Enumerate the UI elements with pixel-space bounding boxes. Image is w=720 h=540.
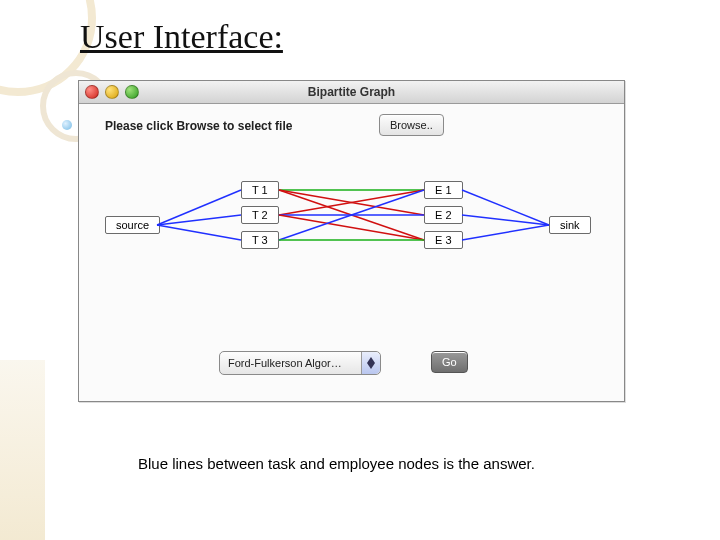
svg-line-1 — [157, 215, 241, 225]
window-title: Bipartite Graph — [79, 85, 624, 99]
node-employee: E 3 — [424, 231, 463, 249]
algorithm-select[interactable]: Ford-Fulkerson Algor… — [219, 351, 381, 375]
slide-accent — [0, 360, 45, 540]
svg-line-8 — [279, 215, 424, 240]
slide-caption: Blue lines between task and employee nod… — [138, 455, 535, 472]
svg-line-12 — [462, 215, 549, 225]
svg-line-11 — [462, 190, 549, 225]
node-task: T 1 — [241, 181, 279, 199]
svg-line-4 — [279, 190, 424, 215]
svg-line-13 — [462, 225, 549, 240]
node-employee: E 1 — [424, 181, 463, 199]
svg-line-0 — [157, 190, 241, 225]
node-sink: sink — [549, 216, 591, 234]
app-window: Bipartite Graph Please click Browse to s… — [78, 80, 625, 402]
svg-marker-15 — [367, 363, 375, 369]
algorithm-select-label: Ford-Fulkerson Algor… — [220, 357, 361, 369]
svg-line-6 — [279, 190, 424, 215]
go-button[interactable]: Go — [431, 351, 468, 373]
instruction-text: Please click Browse to select file — [105, 119, 292, 133]
node-source: source — [105, 216, 160, 234]
svg-line-5 — [279, 190, 424, 240]
bullet-icon — [62, 120, 72, 130]
slide-title: User Interface: — [80, 18, 283, 56]
svg-line-2 — [157, 225, 241, 240]
svg-line-9 — [279, 190, 424, 240]
node-task: T 3 — [241, 231, 279, 249]
node-employee: E 2 — [424, 206, 463, 224]
node-task: T 2 — [241, 206, 279, 224]
chevron-up-down-icon — [361, 352, 380, 374]
window-titlebar: Bipartite Graph — [79, 81, 624, 104]
browse-button[interactable]: Browse.. — [379, 114, 444, 136]
